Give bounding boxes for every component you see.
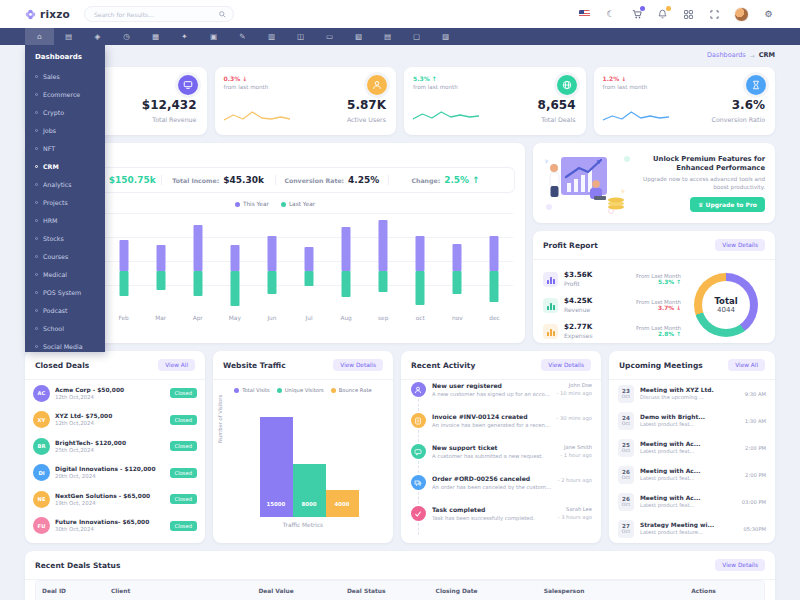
- language-flag-icon[interactable]: [578, 8, 591, 21]
- settings-gear-icon[interactable]: ⚙: [762, 8, 775, 21]
- navbar-menu-icon[interactable]: ▭: [315, 28, 344, 45]
- dropdown-menu-item[interactable]: CRM: [25, 157, 105, 175]
- legend-dot-icon: [281, 202, 286, 207]
- breadcrumb-parent-link[interactable]: Dashboards: [707, 51, 746, 59]
- bar-group: [290, 213, 327, 309]
- meeting-row[interactable]: 23 Oct Meeting with XYZ Ltd. Discuss the…: [609, 380, 775, 407]
- logo[interactable]: rixzo: [25, 8, 70, 20]
- month-label: sep: [365, 315, 402, 321]
- navbar-menu-icon[interactable]: ▤: [373, 28, 402, 45]
- content-area: Dashboards → CRM $12,432 Total Revenue: [0, 45, 800, 600]
- legend-item[interactable]: This Year: [235, 201, 269, 207]
- dropdown-menu-item[interactable]: Crypto: [25, 103, 105, 121]
- stat-card: 1.2% ↓ from last month 3.6% Conversion R…: [594, 67, 776, 135]
- stat-value: 8,654: [538, 98, 576, 112]
- profit-rows: $3.56K Profit From Last Month 5.3% ↑: [543, 266, 687, 344]
- apps-grid-icon[interactable]: [682, 8, 695, 21]
- dropdown-menu-item[interactable]: Stocks: [25, 229, 105, 247]
- meetings-view-all-button[interactable]: View All: [728, 359, 765, 371]
- dropdown-menu-item[interactable]: School: [25, 319, 105, 337]
- legend-dot-icon: [277, 388, 282, 393]
- navbar-menu-icon[interactable]: ✎: [228, 28, 257, 45]
- bullet-icon: [35, 237, 38, 240]
- stat-icon: [178, 75, 198, 95]
- profit-view-details-button[interactable]: View Details: [715, 239, 765, 251]
- dropdown-menu-item[interactable]: Social Media: [25, 337, 105, 355]
- meeting-row[interactable]: 26 Oct Meeting with Ac... Latest product…: [609, 461, 775, 488]
- hourglass-icon: [751, 80, 761, 90]
- bullet-icon: [35, 93, 38, 96]
- activity-view-details-button[interactable]: View Details: [541, 359, 591, 371]
- upgrade-to-pro-button[interactable]: ♛ Upgrade to Pro: [690, 197, 765, 212]
- meeting-row[interactable]: 27 Oct Strategy Meeting wi... Latest pro…: [609, 515, 775, 542]
- navbar-menu-icon[interactable]: ▢: [402, 28, 431, 45]
- navbar-menu-icon[interactable]: ▤: [54, 28, 83, 45]
- notifications-bell-icon[interactable]: [656, 8, 669, 21]
- traffic-view-details-button[interactable]: View Details: [333, 359, 383, 371]
- navbar-menu-icon[interactable]: ▣: [199, 28, 228, 45]
- dropdown-menu-item[interactable]: Ecommerce: [25, 85, 105, 103]
- bullet-icon: [35, 75, 38, 78]
- traffic-x-axis-label: Traffic Metrics: [213, 522, 393, 528]
- dropdown-menu-item[interactable]: Courses: [25, 247, 105, 265]
- activity-row: Task completed Task has been successfull…: [401, 504, 601, 535]
- traffic-legend: Total VisitsUnique VisitorsBounce Rate: [213, 387, 393, 393]
- user-icon: [372, 80, 382, 90]
- legend-item[interactable]: Unique Visitors: [277, 387, 324, 393]
- deal-avatar: BR: [33, 438, 50, 455]
- bottom-cards-row: Closed Deals View All AC Acme Corp - $50…: [25, 351, 775, 543]
- navbar-menu-icon[interactable]: ▨: [431, 28, 460, 45]
- navbar-menu-icon[interactable]: ▦: [141, 28, 170, 45]
- navbar-menu-icon[interactable]: ◈: [83, 28, 112, 45]
- search-input[interactable]: [92, 10, 215, 19]
- dropdown-menu-item[interactable]: Medical: [25, 265, 105, 283]
- month-label: Feb: [105, 315, 142, 321]
- right-column: Unlock Premium Features for Enhanced Per…: [533, 143, 775, 343]
- user-avatar[interactable]: [734, 7, 749, 22]
- meeting-row[interactable]: 25 Oct Meeting with Ac... Latest product…: [609, 434, 775, 461]
- meeting-date-box: 26 Oct: [618, 466, 634, 484]
- navbar-menu-icon[interactable]: ⌂: [25, 28, 54, 45]
- meeting-row[interactable]: 26 Oct Meeting with Ac... Latest product…: [609, 488, 775, 515]
- dropdown-menu-item[interactable]: Sales: [25, 67, 105, 85]
- revenue-bars: [37, 213, 513, 309]
- main-navbar: ⌂ ▤ ◈ ◷ ▦ ✦ ▣ ✎ ▥ ◫ ▭ ▧ ▤ ▢ ▨: [0, 28, 800, 45]
- stat-icon: [557, 75, 577, 95]
- navbar-menu-icon[interactable]: ◷: [112, 28, 141, 45]
- bar-group: [142, 213, 179, 309]
- stat-value: $12,432: [142, 98, 197, 112]
- activity-icon: [411, 382, 426, 397]
- cart-icon[interactable]: [630, 8, 643, 21]
- meeting-row[interactable]: 24 Oct Demo with Bright... Latest produc…: [609, 407, 775, 434]
- dropdown-menu-item[interactable]: POS System: [25, 283, 105, 301]
- navbar-menu-icon[interactable]: ◫: [286, 28, 315, 45]
- order-icon: [414, 479, 422, 487]
- bar-group: [179, 213, 216, 309]
- stat-card: 5.3% ↑ from last month 8,654 Total Deals: [404, 67, 586, 135]
- dropdown-menu-item[interactable]: HRM: [25, 211, 105, 229]
- deal-avatar: XY: [33, 411, 50, 428]
- upgrade-banner: Unlock Premium Features for Enhanced Per…: [533, 143, 775, 223]
- dropdown-menu-item[interactable]: Podcast: [25, 301, 105, 319]
- deals-view-details-button[interactable]: View Details: [715, 559, 765, 571]
- dropdown-menu-item[interactable]: Projects: [25, 193, 105, 211]
- legend-item[interactable]: Total Visits: [234, 387, 270, 393]
- legend-item[interactable]: Last Year: [281, 201, 315, 207]
- navbar-menu-icon[interactable]: ▥: [257, 28, 286, 45]
- bullet-icon: [35, 129, 38, 132]
- table-column-header: Deal ID: [36, 581, 105, 600]
- dashboards-dropdown-menu: Dashboards Sales Ecommerce Crypto Jobs: [25, 45, 105, 352]
- navbar-menu-icon[interactable]: ▧: [344, 28, 373, 45]
- search-bar[interactable]: [84, 6, 234, 22]
- fullscreen-icon[interactable]: [708, 8, 721, 21]
- navbar-menu-icon[interactable]: ✦: [170, 28, 199, 45]
- closed-deals-view-all-button[interactable]: View All: [158, 359, 195, 371]
- legend-item[interactable]: Bounce Rate: [331, 387, 372, 393]
- top-header: rixzo ☾: [0, 0, 800, 28]
- dropdown-menu-item[interactable]: Analytics: [25, 175, 105, 193]
- activity-row: New user registered A new customer has s…: [401, 380, 601, 411]
- dropdown-menu-item[interactable]: Jobs: [25, 121, 105, 139]
- dropdown-menu-item[interactable]: NFT: [25, 139, 105, 157]
- dark-mode-icon[interactable]: ☾: [604, 8, 617, 21]
- month-label: Apr: [179, 315, 216, 321]
